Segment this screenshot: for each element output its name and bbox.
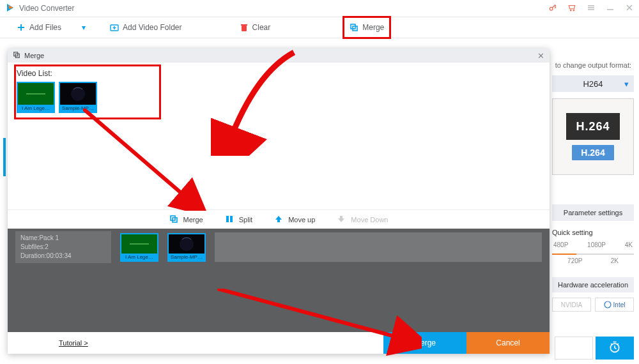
video-thumb[interactable]: Sample-MP… [59,82,97,113]
res-1080p: 1080P [587,241,606,248]
add-folder-label: Add Video Folder [123,23,182,32]
video-thumb-image [169,234,204,254]
svg-marker-30 [275,216,282,222]
modal-footer-cancel-button[interactable]: Cancel [466,332,550,354]
merge-button[interactable]: Merge [346,19,388,36]
modal-moveup-button[interactable]: Move up [274,215,315,225]
main-toolbar: Add Files ▾ Add Video Folder Clear Merge [0,17,639,38]
svg-point-20 [604,301,611,308]
video-thumb-caption: Sample-MP… [169,254,204,261]
chevron-down-icon[interactable]: ▾ [82,23,86,32]
modal-action-bar: Merge Split Move up Move Down [8,209,550,229]
resolution-slider[interactable] [552,252,634,256]
video-thumb-caption: I Am Lege… [18,105,54,112]
modal-body-spacer [8,266,550,332]
menu-icon[interactable] [587,3,596,14]
convert-secondary-button[interactable] [555,337,593,360]
folder-plus-icon [110,23,119,32]
tutorial-link[interactable]: Tutorial > [59,339,88,347]
plus-icon [17,23,26,32]
svg-rect-16 [242,26,247,31]
app-logo-icon [5,3,15,15]
merge-label: Merge [362,23,384,32]
video-thumb-caption: I Am Lege… [121,254,157,261]
modal-header: Merge ✕ [8,49,550,63]
vendor-nvidia[interactable]: NVIDIA [552,298,591,312]
modal-split-label: Split [239,216,252,224]
video-thumb-caption: Sample-MP… [60,105,96,112]
svg-point-4 [573,10,574,11]
chevron-down-icon: ▾ [624,79,629,89]
pack-strip-spacer [215,232,542,262]
key-icon[interactable] [548,3,557,14]
modal-movedown-label: Move Down [351,216,388,224]
selection-indicator [3,138,6,176]
modal-split-button[interactable]: Split [225,215,252,225]
video-thumb[interactable]: I Am Lege… [17,82,55,113]
svg-rect-29 [230,216,233,222]
video-list-label: Video List: [17,69,541,78]
codec-dark-label: H.264 [566,113,620,140]
clock-icon [608,340,621,356]
arrow-down-icon [337,215,346,225]
svg-marker-31 [338,216,344,222]
codec-pill-label: H.264 [572,145,613,160]
svg-point-25 [71,87,85,101]
pack-thumb[interactable]: Sample-MP… [167,233,206,262]
modal-footer-merge-button[interactable]: Merge [383,332,466,354]
modal-merge-button[interactable]: Merge [169,215,203,225]
arrow-up-icon [274,215,283,225]
modal-movedown-button: Move Down [337,215,388,225]
svg-point-33 [180,237,194,251]
res-720p: 720P [567,257,582,264]
merge-icon [13,51,20,60]
clear-label: Clear [252,23,271,32]
titlebar: Video Converter [0,0,639,17]
modal-title: Merge [24,52,44,59]
svg-rect-17 [241,24,247,26]
pack-thumb[interactable]: I Am Lege… [120,233,158,262]
res-4k: 4K [625,241,633,248]
format-value: H264 [583,79,603,89]
quick-setting-label: Quick setting [552,229,634,236]
svg-rect-28 [226,216,229,222]
video-thumb-image [60,83,96,105]
modal-merge-label: Merge [183,216,203,224]
add-video-folder-button[interactable]: Add Video Folder [106,19,186,36]
merge-icon [350,23,358,32]
add-files-button[interactable]: Add Files ▾ [13,19,89,36]
modal-close-button[interactable]: ✕ [537,51,544,61]
vendor-intel[interactable]: Intel [595,298,634,312]
trash-icon [240,23,249,32]
svg-marker-1 [8,5,13,9]
video-list-thumbs: I Am Lege… Sample-MP… [17,82,541,113]
merge-modal: Merge ✕ Video List: I Am Lege… Sample-MP… [8,49,550,354]
hardware-accel-button[interactable]: Hardware acceleration [552,277,634,292]
res-2k: 2K [611,257,619,264]
video-thumb-image [121,234,157,254]
pack-strip[interactable]: Name:Pack 1 Subfiles:2 Duration:00:03:34… [8,229,550,266]
close-button[interactable] [625,3,634,14]
svg-point-2 [550,7,553,10]
cart-icon[interactable] [567,3,576,14]
res-480p: 480P [553,241,568,248]
merge-icon [169,215,178,225]
output-panel: H264 ▾ H.264 H.264 Parameter settings Qu… [552,61,634,312]
minimize-button[interactable] [606,3,615,14]
split-icon [225,215,234,225]
video-thumb-image [18,83,54,105]
parameter-settings-button[interactable]: Parameter settings [552,204,634,221]
codec-preview[interactable]: H.264 H.264 [552,98,634,175]
svg-point-3 [570,10,571,11]
add-files-label: Add Files [29,23,61,32]
format-select[interactable]: H264 ▾ [552,75,634,92]
modal-footer: Tutorial > Merge Cancel [8,332,550,354]
convert-button[interactable] [596,337,634,360]
clear-button[interactable]: Clear [236,19,275,36]
modal-moveup-label: Move up [288,216,315,224]
app-title: Video Converter [19,4,75,13]
pack-info: Name:Pack 1 Subfiles:2 Duration:00:03:34 [15,231,111,263]
